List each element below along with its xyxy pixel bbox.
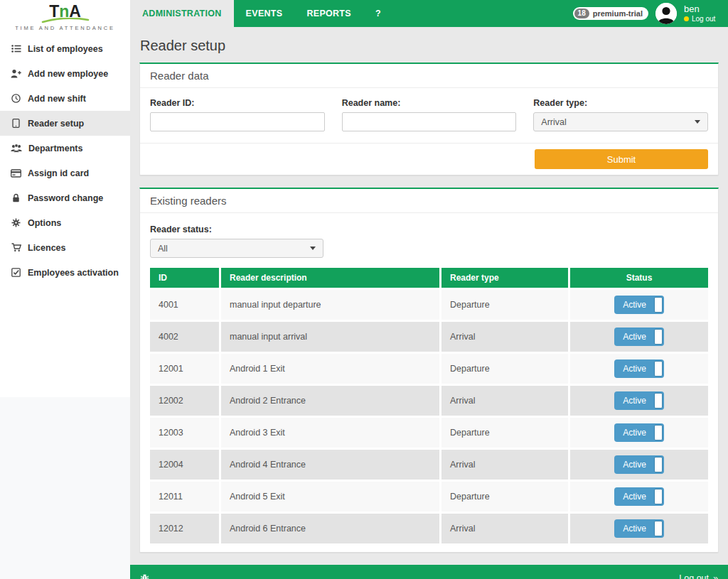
cell-type: Departure — [441, 418, 568, 448]
toggle-knob — [654, 521, 663, 536]
cell-description: Android 1 Exit — [221, 354, 439, 384]
cell-id: 12011 — [150, 482, 219, 512]
toggle-knob — [654, 329, 663, 345]
column-header-reader-description: Reader description — [221, 268, 439, 288]
cell-description: Android 2 Entrance — [221, 386, 439, 416]
reader-id-field: Reader ID: — [150, 94, 325, 131]
topbar-right: 18 premium-trial ben Log out — [573, 3, 728, 24]
cell-id: 12003 — [150, 418, 219, 448]
status-toggle-label: Active — [623, 428, 646, 438]
chevron-down-icon — [310, 247, 316, 250]
bug-icon — [140, 573, 149, 579]
toggle-knob — [654, 393, 663, 408]
cell-type: Departure — [441, 354, 568, 384]
premium-trial-badge[interactable]: 18 premium-trial — [573, 7, 648, 20]
reader-status-selected-value: All — [158, 244, 168, 254]
status-toggle-label: Active — [623, 524, 646, 534]
user-plus-icon — [11, 69, 21, 78]
user-meta: ben Log out — [684, 4, 721, 23]
lock-icon — [11, 193, 21, 202]
footer-logout-button[interactable]: Log out » — [679, 573, 718, 579]
tablet-icon — [11, 119, 21, 128]
cell-id: 4001 — [150, 290, 219, 320]
reader-name-input[interactable] — [342, 112, 517, 131]
cell-type: Arrival — [441, 514, 568, 543]
status-toggle[interactable]: Active — [614, 519, 664, 538]
status-toggle[interactable]: Active — [614, 296, 664, 314]
sidebar-item-options[interactable]: Options — [0, 210, 130, 235]
user-name: ben — [684, 4, 721, 14]
cell-id: 12002 — [150, 386, 219, 416]
readers-table: IDReader descriptionReader typeStatus400… — [150, 268, 708, 543]
status-toggle[interactable]: Active — [614, 328, 664, 346]
cell-description: Android 3 Exit — [221, 418, 439, 448]
status-toggle[interactable]: Active — [614, 455, 664, 474]
status-toggle-label: Active — [623, 332, 646, 342]
cell-id: 12004 — [150, 450, 219, 480]
sidebar-item-label: List of employees — [28, 44, 103, 54]
existing-readers-panel-title: Existing readers — [140, 189, 718, 213]
cell-status: Active — [570, 322, 708, 352]
top-navigation-bar: ADMINISTRATIONEVENTSREPORTS? 18 premium-… — [130, 0, 728, 27]
sidebar-item-label: Assign id card — [28, 168, 89, 178]
sidebar-item-licences[interactable]: Licences — [0, 235, 130, 260]
reader-status-filter: Reader status: All — [150, 224, 708, 258]
cell-id: 12001 — [150, 354, 219, 384]
cell-status: Active — [570, 386, 708, 416]
report-bug-button[interactable] — [140, 573, 149, 579]
cell-status: Active — [570, 482, 708, 512]
cell-description: manual input arrival — [221, 322, 439, 352]
cell-id: 4002 — [150, 322, 219, 352]
sidebar-item-employees-activation[interactable]: Employees activation — [0, 260, 130, 285]
reader-type-select[interactable]: Arrival — [533, 112, 708, 131]
reader-id-label: Reader ID: — [150, 98, 325, 108]
reader-status-label: Reader status: — [150, 224, 708, 234]
status-toggle[interactable]: Active — [614, 359, 664, 378]
sidebar-item-label: Add new employee — [28, 69, 108, 79]
cell-status: Active — [570, 514, 708, 543]
sidebar-item-label: Reader setup — [28, 119, 84, 129]
column-header-reader-type: Reader type — [441, 268, 568, 288]
status-toggle-label: Active — [623, 364, 646, 374]
sidebar-item-departments[interactable]: Departments — [0, 136, 130, 161]
topbar-logout[interactable]: Log out — [684, 15, 721, 23]
status-toggle-label: Active — [623, 300, 646, 310]
sidebar-item-assign-id-card[interactable]: Assign id card — [0, 161, 130, 185]
gear-icon — [11, 218, 21, 227]
reader-status-select[interactable]: All — [150, 239, 323, 258]
existing-readers-body: Reader status: All IDReader descriptionR… — [140, 213, 718, 552]
toggle-knob — [654, 457, 663, 472]
sidebar-item-reader-setup[interactable]: Reader setup — [0, 111, 130, 136]
id-card-icon — [11, 169, 21, 178]
sidebar-item-password-change[interactable]: Password change — [0, 185, 130, 210]
status-toggle[interactable]: Active — [614, 391, 664, 410]
sidebar: TnA TIME AND ATTENDANCE List of employee… — [0, 0, 130, 579]
cell-type: Arrival — [441, 322, 568, 352]
status-toggle[interactable]: Active — [614, 487, 664, 506]
reader-name-field: Reader name: — [342, 94, 517, 131]
cell-status: Active — [570, 418, 708, 448]
clock-icon — [11, 94, 21, 103]
cart-icon — [11, 243, 21, 252]
reader-data-panel-footer: Submit — [140, 143, 718, 175]
page-title: Reader setup — [140, 38, 719, 54]
topnav-item-administration[interactable]: ADMINISTRATION — [130, 0, 234, 27]
topnav-item-events[interactable]: EVENTS — [234, 0, 295, 27]
cell-type: Arrival — [441, 386, 568, 416]
sidebar-menu: List of employeesAdd new employeeAdd new… — [0, 32, 130, 285]
topnav-item-help[interactable]: ? — [363, 0, 393, 27]
cell-description: Android 4 Entrance — [221, 450, 439, 480]
topnav-item-reports[interactable]: REPORTS — [294, 0, 363, 27]
sidebar-item-list-of-employees[interactable]: List of employees — [0, 36, 130, 61]
reader-id-input[interactable] — [150, 112, 325, 131]
brand-tagline: TIME AND ATTENDANCE — [0, 25, 130, 31]
content: Reader setup Reader data Reader ID: Read… — [130, 27, 728, 565]
sidebar-item-add-new-shift[interactable]: Add new shift — [0, 86, 130, 111]
user-avatar[interactable] — [655, 3, 677, 24]
brand-logo[interactable]: TnA TIME AND ATTENDANCE — [0, 0, 130, 32]
status-toggle[interactable]: Active — [614, 423, 664, 442]
reader-name-label: Reader name: — [342, 98, 517, 108]
submit-button[interactable]: Submit — [535, 149, 708, 169]
cell-description: manual input departure — [221, 290, 439, 320]
sidebar-item-add-new-employee[interactable]: Add new employee — [0, 61, 130, 86]
